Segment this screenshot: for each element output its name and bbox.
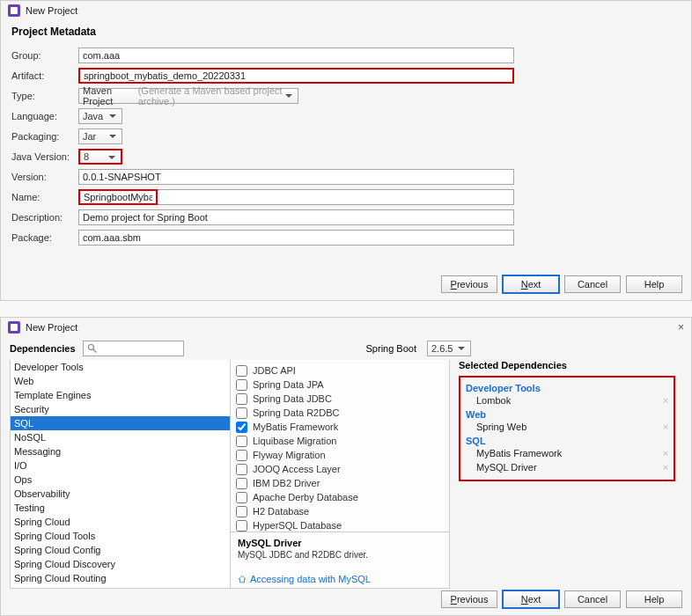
category-item[interactable]: SQL xyxy=(11,416,230,430)
app-icon xyxy=(8,4,20,17)
label-name: Name: xyxy=(11,192,78,202)
help-button[interactable]: Help xyxy=(626,275,682,293)
next-button[interactable]: Next xyxy=(503,275,559,293)
cancel-button[interactable]: Cancel xyxy=(564,590,621,608)
javaversion-select[interactable]: 8 xyxy=(78,149,122,165)
selected-dependency: Lombok× xyxy=(466,393,668,407)
item-list: JDBC APISpring Data JPASpring Data JDBCS… xyxy=(231,360,450,589)
category-list[interactable]: Developer ToolsWebTemplate EnginesSecuri… xyxy=(10,360,231,589)
label-type: Type: xyxy=(11,91,78,101)
selected-group-heading: SQL xyxy=(466,436,668,446)
dependency-checkbox[interactable]: Spring Data R2DBC xyxy=(236,406,444,420)
item-description: MySQL Driver MySQL JDBC and R2DBC driver… xyxy=(231,532,449,588)
dependency-checkbox[interactable]: HyperSQL Database xyxy=(236,518,444,532)
titlebar-2: New Project xyxy=(1,318,691,337)
label-description: Description: xyxy=(11,212,78,223)
package-input[interactable] xyxy=(78,230,514,246)
remove-dependency-button[interactable]: × xyxy=(663,448,668,458)
group-input[interactable] xyxy=(78,48,514,63)
svg-point-0 xyxy=(88,345,93,350)
button-bar-2: Previous Next Cancel Help xyxy=(441,590,682,608)
category-item[interactable]: Spring Cloud Tools xyxy=(11,529,230,543)
language-select[interactable]: Java xyxy=(78,108,122,124)
description-input[interactable] xyxy=(78,209,514,225)
previous-button[interactable]: Previous xyxy=(441,275,497,293)
label-group: Group: xyxy=(11,50,78,61)
label-packaging: Packaging: xyxy=(11,131,78,142)
search-icon xyxy=(87,343,98,354)
category-item[interactable]: Spring Cloud Routing xyxy=(11,571,230,585)
label-artifact: Artifact: xyxy=(11,70,78,81)
desc-body: MySQL JDBC and R2DBC driver. xyxy=(238,550,442,560)
window-title: New Project xyxy=(26,5,77,16)
springboot-select[interactable]: 2.6.5 xyxy=(427,341,471,356)
titlebar: New Project xyxy=(1,1,691,20)
dependency-checkbox[interactable]: Apache Derby Database xyxy=(236,490,444,504)
label-language: Language: xyxy=(11,111,78,121)
category-item[interactable]: NoSQL xyxy=(11,430,230,444)
category-item[interactable]: Developer Tools xyxy=(11,360,230,374)
label-version: Version: xyxy=(11,172,78,182)
remove-dependency-button[interactable]: × xyxy=(663,395,668,406)
desc-link[interactable]: Accessing data with MySQL xyxy=(238,574,442,584)
category-item[interactable]: Spring Cloud Discovery xyxy=(11,557,230,571)
dependency-checkbox[interactable]: JDBC API xyxy=(236,363,444,378)
category-item[interactable]: Ops xyxy=(11,473,230,487)
wizard-dependencies: × New Project Dependencies Spring Boot 2… xyxy=(0,317,692,616)
category-item[interactable]: Template Engines xyxy=(11,388,230,402)
version-input[interactable] xyxy=(78,169,514,185)
search-row: Dependencies Spring Boot 2.6.5 xyxy=(10,341,682,356)
dependency-checkbox[interactable]: Liquibase Migration xyxy=(236,434,444,448)
category-item[interactable]: Spring Cloud xyxy=(11,515,230,529)
selected-dependency: MyBatis Framework× xyxy=(466,446,668,460)
dependency-checkbox[interactable]: IBM DB2 Driver xyxy=(236,476,444,490)
app-icon xyxy=(8,321,20,334)
springboot-label: Spring Boot xyxy=(366,343,416,354)
selected-dependency: Spring Web× xyxy=(466,420,668,434)
dependency-checkbox[interactable]: Flyway Migration xyxy=(236,448,444,462)
remove-dependency-button[interactable]: × xyxy=(663,422,668,432)
category-item[interactable]: Observability xyxy=(11,487,230,501)
category-item[interactable]: Spring Cloud Config xyxy=(11,543,230,557)
category-item[interactable]: Messaging xyxy=(11,444,230,458)
selected-panel: Selected Dependencies Developer ToolsLom… xyxy=(450,360,682,589)
category-item[interactable]: Web xyxy=(11,374,230,388)
desc-title: MySQL Driver xyxy=(238,538,442,548)
help-button[interactable]: Help xyxy=(626,590,682,608)
page-heading: Project Metadata xyxy=(1,20,691,47)
window-title-2: New Project xyxy=(26,322,77,333)
dependencies-heading: Dependencies xyxy=(10,343,76,354)
type-select[interactable]: Maven Project (Generate a Maven based pr… xyxy=(78,88,298,104)
selected-heading: Selected Dependencies xyxy=(459,360,682,376)
previous-button[interactable]: Previous xyxy=(441,590,497,608)
artifact-input[interactable] xyxy=(78,68,514,84)
dependency-checkbox[interactable]: MyBatis Framework xyxy=(236,420,444,434)
category-item[interactable]: Security xyxy=(11,402,230,416)
category-item[interactable]: I/O xyxy=(11,458,230,473)
category-item[interactable]: Testing xyxy=(11,501,230,515)
svg-line-1 xyxy=(92,349,96,353)
wizard-metadata: New Project Project Metadata Group: Arti… xyxy=(0,0,692,301)
remove-dependency-button[interactable]: × xyxy=(663,462,668,473)
dependency-checkbox[interactable]: Spring Data JDBC xyxy=(236,392,444,406)
selected-deps-box: Developer ToolsLombok×WebSpring Web×SQLM… xyxy=(459,376,675,481)
dependency-checkbox[interactable]: Spring Data JPA xyxy=(236,378,444,392)
close-button[interactable]: × xyxy=(678,321,684,334)
selected-group-heading: Web xyxy=(466,409,668,420)
next-button[interactable]: Next xyxy=(503,590,559,608)
form-area: Group: Artifact: Type: Maven Project (Ge… xyxy=(1,47,691,246)
search-input[interactable] xyxy=(83,341,184,356)
dependency-checkbox[interactable]: JOOQ Access Layer xyxy=(236,462,444,476)
home-icon xyxy=(238,575,247,583)
category-item[interactable]: Spring Cloud Circuit Breaker xyxy=(11,585,230,589)
cancel-button[interactable]: Cancel xyxy=(564,275,621,293)
button-bar: Previous Next Cancel Help xyxy=(441,275,682,293)
label-package: Package: xyxy=(11,232,78,243)
label-javaversion: Java Version: xyxy=(11,151,78,162)
packaging-select[interactable]: Jar xyxy=(78,128,122,144)
name-input[interactable] xyxy=(78,189,158,205)
selected-group-heading: Developer Tools xyxy=(466,383,668,393)
dependency-checkbox[interactable]: H2 Database xyxy=(236,504,444,518)
selected-dependency: MySQL Driver× xyxy=(466,460,668,474)
